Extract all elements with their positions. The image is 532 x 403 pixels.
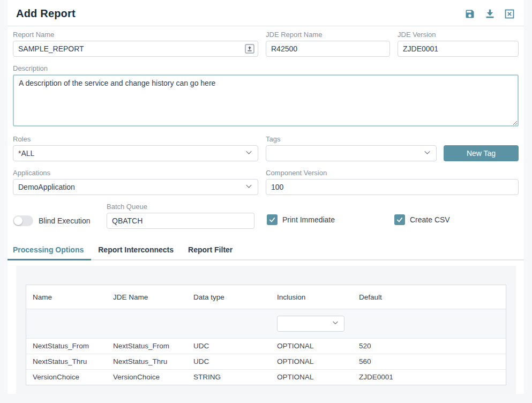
- table-cell: NextStatus_From: [26, 339, 107, 354]
- save-icon[interactable]: [464, 8, 476, 20]
- print-immediate-checkbox[interactable]: Print Immediate: [267, 214, 346, 229]
- table-cell: NextStatus_From: [107, 339, 187, 354]
- tags-label: Tags: [266, 135, 519, 143]
- roles-select[interactable]: *ALL: [13, 145, 258, 161]
- applications-field: Applications DemoApplication: [13, 169, 258, 195]
- column-header-inclusion: Inclusion: [271, 285, 353, 309]
- table-cell: NextStatus_Thru: [26, 354, 107, 369]
- dialog-header: Add Report: [8, 0, 524, 26]
- table-cell: VersionChoice: [26, 370, 107, 385]
- tags-field: Tags New Tag: [266, 135, 519, 161]
- jde-report-name-input[interactable]: [266, 41, 390, 57]
- report-name-field: Report Name: [13, 31, 258, 57]
- table-row[interactable]: NextStatus_ThruNextStatus_ThruUDCOPTIONA…: [26, 354, 506, 369]
- table-row[interactable]: VersionChoiceVersionChoiceSTRINGOPTIONAL…: [26, 369, 506, 385]
- tags-select[interactable]: [266, 145, 437, 161]
- table-cell: UDC: [187, 354, 271, 369]
- column-header-jde-name: JDE Name: [107, 285, 187, 309]
- report-name-input[interactable]: [13, 41, 258, 57]
- blind-execution-field: Blind Execution: [13, 215, 107, 229]
- table-header-row: Name JDE Name Data type Inclusion Defaul…: [26, 285, 506, 309]
- chevron-down-icon: [332, 319, 339, 329]
- new-tag-button[interactable]: New Tag: [444, 145, 519, 161]
- close-icon[interactable]: [504, 8, 515, 20]
- column-header-data-type: Data type: [187, 285, 271, 309]
- report-form: Report Name JDE Report Name JDE Version …: [8, 26, 524, 240]
- jde-report-name-field: JDE Report Name: [266, 31, 390, 57]
- component-version-field: Component Version: [266, 169, 519, 195]
- page-title: Add Report: [16, 8, 76, 20]
- table-cell: VersionChoice: [107, 370, 187, 385]
- jde-version-label: JDE Version: [398, 31, 519, 39]
- processing-options-table: Name JDE Name Data type Inclusion Defaul…: [26, 285, 506, 385]
- checkmark-icon: [267, 214, 278, 225]
- description-label: Description: [13, 64, 519, 72]
- blind-execution-label: Blind Execution: [39, 217, 91, 225]
- table-cell: STRING: [187, 370, 271, 385]
- applications-select[interactable]: DemoApplication: [13, 179, 258, 195]
- batch-queue-field: Batch Queue: [107, 203, 254, 229]
- table-cell: 520: [353, 339, 506, 354]
- inclusion-filter-select[interactable]: [277, 316, 344, 332]
- header-actions: [464, 8, 515, 20]
- column-header-default: Default: [353, 285, 506, 309]
- table-filter-row: [26, 309, 506, 338]
- jde-version-input[interactable]: [398, 41, 519, 57]
- report-name-label: Report Name: [13, 31, 258, 39]
- description-textarea[interactable]: A description of the service and change …: [13, 74, 519, 126]
- applications-label: Applications: [13, 169, 258, 177]
- table-body: NextStatus_FromNextStatus_FromUDCOPTIONA…: [26, 338, 506, 385]
- tab-bar: Processing Options Report Interconnects …: [8, 240, 524, 260]
- chevron-down-icon: [245, 148, 253, 158]
- table-cell: 560: [353, 354, 506, 369]
- roles-field: Roles *ALL: [13, 135, 258, 161]
- roles-label: Roles: [13, 135, 258, 143]
- description-field: Description A description of the service…: [13, 64, 519, 129]
- create-csv-label: Create CSV: [410, 215, 450, 224]
- table-cell: NextStatus_Thru: [107, 354, 187, 369]
- tab-report-interconnects[interactable]: Report Interconnects: [98, 240, 174, 260]
- blind-execution-toggle[interactable]: [13, 215, 33, 226]
- roles-value: *ALL: [18, 149, 34, 158]
- processing-options-panel: Name JDE Name Data type Inclusion Defaul…: [16, 266, 516, 394]
- add-report-dialog: Add Report Report Name: [8, 0, 524, 394]
- download-icon[interactable]: [484, 8, 496, 20]
- chevron-down-icon: [423, 148, 431, 158]
- jde-version-field: JDE Version: [398, 31, 519, 57]
- component-version-label: Component Version: [266, 169, 519, 177]
- table-cell: OPTIONAL: [271, 354, 353, 369]
- tab-report-filter[interactable]: Report Filter: [188, 240, 233, 260]
- column-header-name: Name: [26, 285, 107, 309]
- table-cell: OPTIONAL: [271, 339, 353, 354]
- table-cell: ZJDE0001: [353, 370, 506, 385]
- jde-report-name-label: JDE Report Name: [266, 31, 390, 39]
- batch-queue-input[interactable]: [107, 213, 254, 229]
- table-cell: UDC: [187, 339, 271, 354]
- text-expander-icon[interactable]: [245, 44, 254, 56]
- batch-queue-label: Batch Queue: [107, 203, 254, 211]
- component-version-input[interactable]: [266, 179, 519, 195]
- table-cell: OPTIONAL: [271, 370, 353, 385]
- table-row[interactable]: NextStatus_FromNextStatus_FromUDCOPTIONA…: [26, 338, 506, 354]
- print-immediate-label: Print Immediate: [282, 215, 335, 224]
- tab-processing-options[interactable]: Processing Options: [13, 240, 84, 260]
- chevron-down-icon: [245, 182, 253, 192]
- checkmark-icon: [394, 214, 405, 225]
- applications-value: DemoApplication: [18, 183, 75, 191]
- create-csv-checkbox[interactable]: Create CSV: [394, 214, 450, 229]
